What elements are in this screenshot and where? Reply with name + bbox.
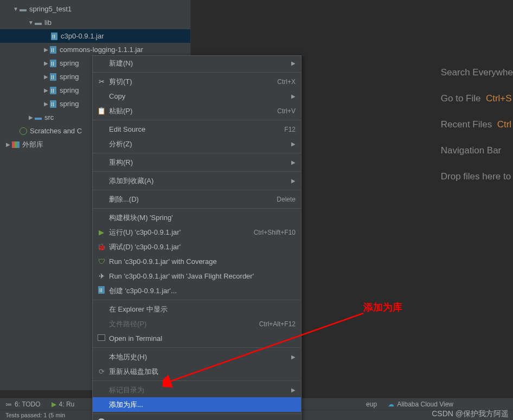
shortcut-label: Ctrl+Alt+F12 — [259, 320, 296, 328]
menu-terminal[interactable]: Open in Terminal — [93, 331, 301, 346]
jar-file: commons-logging-1.1.1.jar — [60, 46, 143, 54]
chevron-right-icon: ▶ — [291, 387, 296, 393]
menu-add-as-library[interactable]: 添加为库... — [93, 397, 301, 412]
menu-create-gist[interactable]: Create Gist... — [93, 416, 301, 420]
hint-recent-shortcut: Ctrl — [497, 119, 511, 130]
chevron-right-icon[interactable] — [42, 101, 50, 107]
menu-separator — [93, 171, 301, 172]
menu-separator — [93, 380, 301, 381]
menu-analyze[interactable]: 分析(Z)▶ — [93, 137, 301, 151]
jar-icon — [50, 87, 56, 94]
menu-build[interactable]: 构建模块(M) 'Spring' — [93, 210, 301, 225]
menu-paste[interactable]: 📋粘贴(P)Ctrl+V — [93, 104, 301, 118]
menu-coverage[interactable]: 🛡Run 'c3p0-0.9.1.jar' with Coverage — [93, 254, 301, 269]
chevron-right-icon[interactable] — [42, 47, 50, 53]
tree-row-lib[interactable]: ▬ lib — [0, 16, 190, 29]
menu-filepath[interactable]: 文件路径(P)Ctrl+Alt+F12 — [93, 316, 301, 331]
chevron-right-icon[interactable] — [42, 60, 50, 66]
bug-icon: 🐞 — [96, 243, 107, 251]
menu-create[interactable]: 创建 'c3p0-0.9.1.jar'... — [93, 283, 301, 298]
reload-icon: ⟳ — [96, 367, 107, 376]
jar-file: spring — [60, 86, 79, 94]
tree-row-project[interactable]: ▬ spring5_test1 — [0, 2, 190, 16]
menu-explorer[interactable]: 在 Explorer 中显示 — [93, 302, 301, 316]
hint-recent: Recent Files — [441, 119, 492, 130]
menu-new[interactable]: 新建(N)▶ — [93, 56, 301, 70]
src-folder: src — [44, 113, 54, 121]
chevron-right-icon: ▶ — [291, 141, 296, 147]
scratches-icon — [20, 127, 27, 135]
jar-icon — [50, 73, 56, 81]
hint-goto-shortcut: Ctrl+S — [486, 93, 512, 104]
folder-icon: ▬ — [20, 5, 27, 13]
ext-lib-label: 外部库 — [22, 140, 43, 150]
menu-edit-source[interactable]: Edit SourceF12 — [93, 122, 301, 137]
jar-icon — [50, 60, 56, 67]
chevron-right-icon: ▶ — [291, 93, 296, 99]
lib-folder: lib — [44, 18, 52, 27]
annotation-label: 添加为库 — [363, 301, 402, 314]
menu-run[interactable]: ▶运行(U) 'c3p0-0.9.1.jar'Ctrl+Shift+F10 — [93, 225, 301, 240]
shortcut-label: Ctrl+Shift+F10 — [254, 229, 296, 236]
jar-icon — [51, 33, 57, 40]
status-text: Tests passed: 1 (5 min — [5, 412, 65, 418]
plane-icon: ✈ — [96, 272, 107, 280]
chevron-right-icon[interactable] — [27, 114, 35, 120]
jar-file: spring — [60, 100, 79, 108]
menu-reload[interactable]: ⟳重新从磁盘加载 — [93, 364, 301, 379]
jar-icon — [50, 46, 56, 54]
jar-file: spring — [60, 73, 79, 81]
chevron-down-icon[interactable] — [12, 6, 20, 12]
chevron-right-icon[interactable] — [4, 141, 12, 147]
run-icon: ▶ — [96, 228, 107, 236]
tool-eup[interactable]: eup — [361, 400, 382, 408]
chevron-right-icon: ▶ — [291, 354, 296, 360]
menu-refactor[interactable]: 重构(R)▶ — [93, 155, 301, 170]
project-name: spring5_test1 — [29, 5, 72, 13]
shield-icon: 🛡 — [96, 257, 107, 266]
menu-favorites[interactable]: 添加到收藏(A)▶ — [93, 173, 301, 188]
source-folder-icon: ▬ — [35, 113, 42, 121]
menu-markdir[interactable]: 标记目录为▶ — [93, 383, 301, 397]
jar-icon — [96, 286, 107, 295]
menu-delete[interactable]: 删除...(D)Delete — [93, 192, 301, 206]
hint-search: Search Everywhe — [441, 67, 513, 77]
watermark: CSDN @保护我方阿遥 — [432, 409, 509, 419]
hint-nav: Navigation Bar — [441, 145, 502, 156]
menu-separator — [93, 120, 301, 120]
welcome-hints: Search Everywhe Go to File Ctrl+S Recent… — [441, 60, 513, 190]
library-icon — [12, 141, 20, 148]
menu-separator — [93, 413, 301, 414]
menu-separator — [93, 72, 301, 73]
menu-cut[interactable]: ✂剪切(T)Ctrl+X — [93, 74, 301, 89]
jar-file: spring — [60, 59, 79, 67]
jar-icon — [50, 100, 56, 108]
chevron-right-icon: ▶ — [291, 159, 296, 165]
hint-drop: Drop files here to — [441, 171, 511, 182]
shortcut-label: Delete — [277, 196, 296, 203]
chevron-down-icon[interactable] — [27, 20, 35, 25]
context-menu: 新建(N)▶ ✂剪切(T)Ctrl+X Copy▶ 📋粘贴(P)Ctrl+V E… — [92, 55, 302, 420]
hint-goto: Go to File — [441, 93, 481, 104]
menu-separator — [93, 347, 301, 348]
cloud-icon: ☁ — [388, 400, 394, 408]
chevron-right-icon[interactable] — [42, 74, 50, 80]
menu-jfr[interactable]: ✈Run 'c3p0-0.9.1.jar' with 'Java Flight … — [93, 269, 301, 283]
scissors-icon: ✂ — [96, 77, 107, 86]
shortcut-label: F12 — [284, 126, 296, 133]
chevron-right-icon: ▶ — [291, 60, 296, 66]
clipboard-icon: 📋 — [96, 107, 107, 115]
chevron-right-icon[interactable] — [42, 87, 50, 93]
menu-debug[interactable]: 🐞调试(D) 'c3p0-0.9.1.jar' — [93, 240, 301, 254]
menu-copy[interactable]: Copy▶ — [93, 89, 301, 104]
tree-row-jar[interactable]: c3p0-0.9.1.jar — [0, 29, 190, 43]
tool-todo[interactable]: ≔6: TODO — [0, 400, 46, 408]
tool-alibaba-cloud[interactable]: ☁Alibaba Cloud View — [382, 400, 459, 408]
jar-file: c3p0-0.9.1.jar — [61, 32, 104, 40]
folder-icon: ▬ — [35, 18, 42, 27]
menu-history[interactable]: 本地历史(H)▶ — [93, 350, 301, 364]
menu-separator — [93, 208, 301, 209]
tree-row-jar[interactable]: commons-logging-1.1.1.jar — [0, 43, 190, 56]
menu-separator — [93, 153, 301, 153]
tool-run[interactable]: ▶4: Ru — [46, 400, 80, 408]
